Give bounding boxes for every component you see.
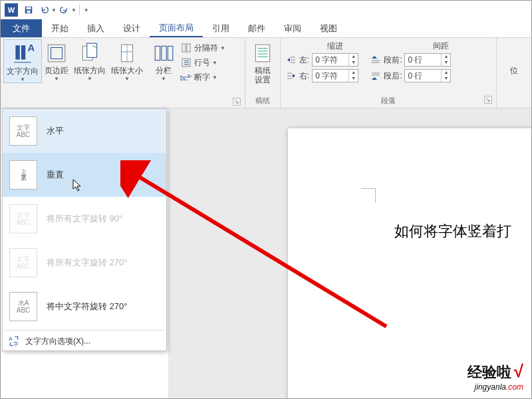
indent-left-input[interactable]: 0 字符▲▼ [312, 53, 358, 66]
spacing-before-icon [370, 55, 381, 65]
svg-rect-15 [187, 44, 190, 52]
redo-button[interactable] [57, 3, 72, 17]
indent-left-label: 左: [299, 55, 309, 66]
dd-cjk-270[interactable]: 水A ABC 将中文字符旋转 270° [3, 285, 166, 329]
orientation-button[interactable]: 纸张方向 ▼ [71, 39, 108, 82]
group-arrange: 位 [497, 38, 531, 108]
tab-view[interactable]: 视图 [311, 19, 346, 37]
size-button[interactable]: 纸张大小 ▼ [108, 39, 146, 82]
svg-text:A: A [9, 336, 13, 342]
undo-button[interactable] [37, 3, 52, 17]
document-text: 如何将字体竖着打 [394, 221, 511, 241]
svg-rect-7 [51, 48, 63, 59]
check-icon: √ [514, 361, 523, 382]
tab-review[interactable]: 审阅 [275, 19, 311, 37]
page-setup-launcher[interactable]: ↘ [233, 98, 241, 106]
svg-rect-4 [21, 45, 25, 59]
group-paragraph: 缩进 间距 左: 0 字符▲▼ 段前: 0 行▲▼ 右: 0 字符▲▼ 段后: … [281, 38, 497, 108]
svg-text:字: 字 [13, 341, 19, 347]
chevron-down-icon: ▼ [20, 76, 25, 82]
margin-corner-mark [361, 188, 376, 203]
dd-rotate-90: 文字 ABC 将所有文字旋转 90° [3, 197, 166, 241]
svg-rect-2 [27, 11, 30, 13]
spacing-after-input[interactable]: 0 行▲▼ [404, 69, 451, 82]
spacing-after-icon [370, 70, 381, 81]
tab-references[interactable]: 引用 [203, 19, 239, 37]
svg-text:A: A [27, 43, 34, 53]
tab-file[interactable]: 文件 [1, 19, 42, 37]
indent-right-label: 右: [299, 70, 309, 82]
dd-horizontal[interactable]: 文字 ABC 水平 [3, 109, 166, 153]
svg-rect-13 [168, 46, 172, 60]
tab-insert[interactable]: 插入 [78, 19, 114, 37]
thumb-cjk270-icon: 水A ABC [9, 292, 37, 321]
title-bar: W ▼ ▼ ▼ [1, 1, 531, 19]
indent-left-icon [286, 55, 297, 65]
svg-rect-9 [87, 43, 97, 57]
svg-rect-1 [27, 7, 31, 10]
spacing-before-input[interactable]: 0 行▲▼ [404, 53, 451, 66]
thumb-horizontal-icon: 文字 ABC [9, 116, 37, 146]
svg-rect-11 [155, 46, 160, 60]
margins-button[interactable]: 页边距 ▼ [42, 39, 71, 82]
line-numbers-button[interactable]: 行号▼ [178, 55, 228, 70]
word-app-icon: W [5, 3, 18, 17]
qat-customize-caret[interactable]: ▼ [84, 7, 89, 13]
svg-rect-3 [15, 45, 19, 59]
mouse-cursor-icon [72, 179, 83, 192]
dd-rotate-270: 文字 ABC 将所有文字旋转 270° [3, 241, 166, 285]
thumb-rotate270-icon: 文字 ABC [9, 248, 37, 277]
qat-separator [79, 5, 80, 15]
dd-vertical[interactable]: 文字ABC 垂直 [3, 153, 166, 197]
breaks-button[interactable]: 分隔符▼ [178, 41, 228, 55]
tab-mailings[interactable]: 邮件 [239, 19, 275, 37]
tab-page-layout[interactable]: 页面布局 [150, 19, 203, 37]
columns-button[interactable]: 分栏 ▼ [149, 39, 178, 82]
text-direction-button[interactable]: A 文字方向 ▼ [3, 39, 42, 83]
document-area[interactable]: 如何将字体竖着打 [168, 108, 531, 398]
group-page-setup: A 文字方向 ▼ 页边距 ▼ 纸张方向 ▼ 纸张大小 ▼ [1, 38, 245, 108]
ribbon-tabs: 文件 开始 插入 设计 页面布局 引用 邮件 审阅 视图 [1, 19, 531, 38]
spacing-after-label: 段后: [384, 70, 402, 82]
document-page[interactable]: 如何将字体竖着打 [288, 128, 531, 398]
spacing-before-label: 段前: [384, 55, 402, 66]
dd-text-direction-options[interactable]: A字 文字方向选项(X)... [3, 332, 166, 350]
indent-header: 缩进 [285, 41, 386, 53]
svg-rect-12 [162, 46, 166, 60]
hyphenation-button[interactable]: bca- 断字▼ [178, 70, 228, 84]
text-direction-dropdown: 文字 ABC 水平 文字ABC 垂直 文字 ABC 将所有文字旋转 90° 文字… [2, 108, 167, 351]
indent-right-icon [286, 70, 297, 81]
thumb-rotate90-icon: 文字 ABC [9, 204, 37, 233]
svg-rect-14 [182, 44, 186, 52]
position-button[interactable]: 位 [499, 39, 529, 75]
save-button[interactable] [21, 3, 36, 17]
text-direction-options-icon: A字 [8, 335, 20, 347]
thumb-vertical-icon: 文字ABC [9, 160, 37, 190]
manuscript-settings-button[interactable]: 稿纸 设置 [248, 39, 277, 84]
tab-design[interactable]: 设计 [114, 19, 150, 37]
watermark: 经验啦√ jingyanla.com [467, 361, 523, 392]
tab-home[interactable]: 开始 [42, 19, 78, 37]
spacing-header: 间距 [390, 41, 492, 53]
dd-separator [5, 330, 164, 331]
paragraph-launcher[interactable]: ↘ [484, 96, 492, 104]
svg-rect-20 [255, 45, 269, 62]
ribbon: A 文字方向 ▼ 页边距 ▼ 纸张方向 ▼ 纸张大小 ▼ [1, 38, 531, 108]
group-manuscript: 稿纸 设置 稿纸 [245, 38, 281, 108]
indent-right-input[interactable]: 0 字符▲▼ [312, 69, 358, 82]
